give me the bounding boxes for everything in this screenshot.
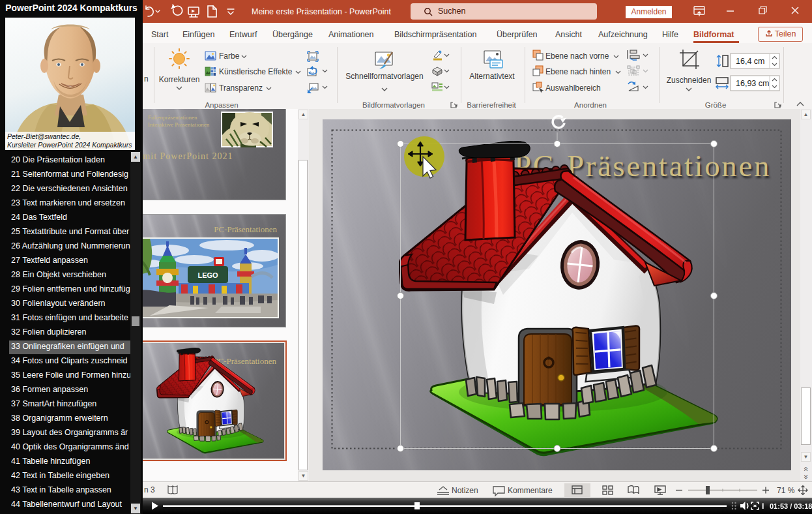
svg-text:Barrierefreiheit: Barrierefreiheit xyxy=(467,101,516,109)
svg-text:Meine erste Präsentation - P: Meine erste Präsentation - PowerPoint xyxy=(252,7,392,16)
svg-text:Kommentare: Kommentare xyxy=(508,486,553,495)
svg-text:LEGO: LEGO xyxy=(197,271,218,279)
svg-text:Bildformatvorlagen: Bildformatvorlagen xyxy=(362,101,425,109)
svg-text:Auswahlbereich: Auswahlbereich xyxy=(545,83,601,93)
svg-text:71 %: 71 % xyxy=(777,486,795,495)
svg-text:Ebene nach vorne: Ebene nach vorne xyxy=(545,52,609,61)
svg-text:Ebene nach hinten: Ebene nach hinten xyxy=(545,67,611,76)
svg-text:Anpassen: Anpassen xyxy=(205,101,238,109)
svg-text:Schnellformatvorlagen: Schnellformatvorlagen xyxy=(345,72,423,81)
svg-text:Alternativtext: Alternativtext xyxy=(469,72,515,81)
svg-text:16,4 cm: 16,4 cm xyxy=(736,57,764,66)
svg-text:n 3: n 3 xyxy=(144,485,155,494)
svg-text:Notizen: Notizen xyxy=(452,486,478,495)
svg-text:Künstlerische Effekte: Künstlerische Effekte xyxy=(219,67,293,76)
svg-text:Korrekturen: Korrekturen xyxy=(159,75,200,84)
svg-text:Anordnen: Anordnen xyxy=(574,101,607,109)
svg-text:i: i xyxy=(762,502,764,511)
svg-text:n: n xyxy=(144,74,149,83)
svg-text:Farbe: Farbe xyxy=(219,52,240,61)
svg-text:Zuschneiden: Zuschneiden xyxy=(667,76,712,85)
svg-text:01:53 / 03:18: 01:53 / 03:18 xyxy=(770,502,812,510)
svg-text:16,93 cm: 16,93 cm xyxy=(736,79,769,88)
svg-text:Transparenz: Transparenz xyxy=(219,83,263,93)
svg-text:Größe: Größe xyxy=(705,101,727,109)
